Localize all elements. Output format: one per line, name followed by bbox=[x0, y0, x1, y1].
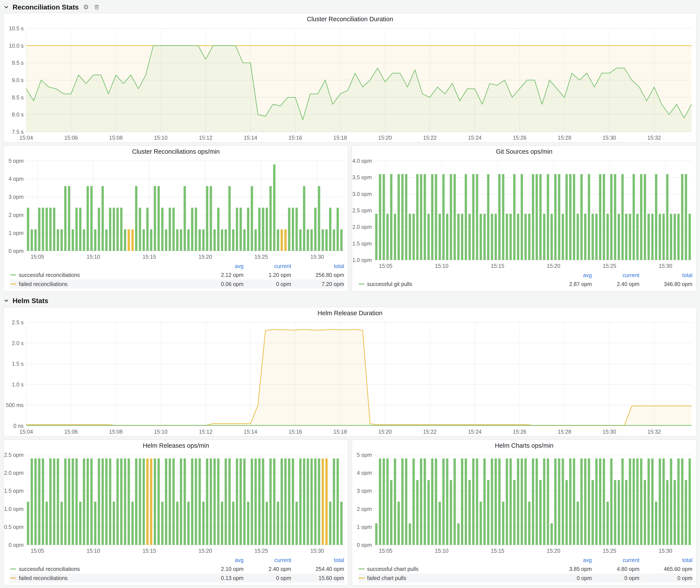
svg-text:4.0 opm: 4.0 opm bbox=[352, 158, 372, 164]
svg-text:15:26: 15:26 bbox=[513, 429, 526, 435]
legend-col-avg[interactable]: avg bbox=[544, 272, 592, 278]
svg-text:15:30: 15:30 bbox=[310, 254, 324, 260]
chevron-down-icon[interactable] bbox=[3, 4, 9, 10]
svg-text:15:32: 15:32 bbox=[647, 135, 661, 141]
cluster-reconciliation-duration-chart[interactable]: 15:0415:0615:0815:1015:1215:1415:1615:18… bbox=[4, 25, 696, 142]
svg-text:15:15: 15:15 bbox=[491, 263, 504, 269]
legend-header-row: avg current total bbox=[10, 556, 344, 564]
svg-text:15:16: 15:16 bbox=[289, 135, 302, 141]
svg-text:15:14: 15:14 bbox=[244, 135, 257, 141]
legend-col-total[interactable]: total bbox=[291, 263, 344, 269]
svg-text:15:20: 15:20 bbox=[547, 548, 560, 554]
svg-text:3.5 opm: 3.5 opm bbox=[352, 174, 372, 180]
legend-col-current[interactable]: current bbox=[244, 263, 291, 269]
row-title[interactable]: Helm Stats bbox=[13, 297, 48, 305]
legend-row: successful git pulls 2.87 opm 2.40 opm 3… bbox=[358, 279, 692, 289]
legend-current-value: 0 opm bbox=[244, 281, 291, 287]
legend-series-git-pulls[interactable]: successful git pulls bbox=[358, 281, 544, 287]
panel-title[interactable]: Cluster Reconciliations ops/min bbox=[4, 146, 348, 157]
svg-text:1.0 opm: 1.0 opm bbox=[352, 257, 372, 263]
legend-current-value: 4.80 opm bbox=[592, 566, 639, 572]
legend-col-total[interactable]: total bbox=[639, 272, 692, 278]
svg-text:0 ns: 0 ns bbox=[13, 423, 24, 429]
cluster-reconciliations-chart[interactable]: 15:0515:1015:1515:2015:2515:300 opm1 opm… bbox=[4, 157, 348, 261]
panel-title[interactable]: Helm Release Duration bbox=[4, 307, 696, 319]
legend-series-successful[interactable]: successful chart pulls bbox=[358, 566, 544, 572]
legend-col-avg[interactable]: avg bbox=[544, 557, 592, 563]
legend-avg-value: 3.85 opm bbox=[544, 566, 592, 572]
legend-series-failed[interactable]: failed reconciliations bbox=[10, 575, 196, 581]
legend-header-row: avg current total bbox=[358, 271, 692, 279]
legend-series-failed[interactable]: failed reconciliations bbox=[10, 281, 196, 287]
legend-col-total[interactable]: total bbox=[291, 557, 344, 563]
svg-text:2.5 s: 2.5 s bbox=[12, 319, 24, 325]
svg-text:8.5 s: 8.5 s bbox=[12, 94, 24, 100]
svg-text:15:24: 15:24 bbox=[468, 135, 482, 141]
svg-text:15:15: 15:15 bbox=[491, 548, 504, 554]
legend-col-total[interactable]: total bbox=[639, 557, 692, 563]
svg-text:2 opm: 2 opm bbox=[357, 506, 372, 512]
svg-text:15:10: 15:10 bbox=[87, 254, 100, 260]
svg-text:3.0 opm: 3.0 opm bbox=[352, 191, 372, 197]
legend-series-label: successful chart pulls bbox=[367, 566, 419, 572]
legend-avg-value: 2.10 opm bbox=[196, 566, 244, 572]
helm-charts-chart[interactable]: 15:0515:1015:1515:2015:2515:300 opm1 opm… bbox=[352, 451, 696, 555]
legend-series-label: successful reconciliations bbox=[19, 566, 80, 572]
helm-release-duration-chart[interactable]: 15:0415:0615:0815:1015:1215:1415:1615:18… bbox=[4, 319, 696, 436]
svg-text:0 opm: 0 opm bbox=[357, 542, 372, 548]
legend-current-value: 2.40 opm bbox=[592, 281, 639, 287]
svg-text:15:10: 15:10 bbox=[154, 429, 168, 435]
gear-icon[interactable]: ⚙ bbox=[82, 3, 90, 11]
legend-series-label: failed chart pulls bbox=[367, 575, 406, 581]
legend-row: failed reconciliations 0.06 opm 0 opm 7.… bbox=[10, 279, 344, 289]
svg-text:2.0 opm: 2.0 opm bbox=[352, 224, 372, 230]
panel-title[interactable]: Git Sources ops/min bbox=[352, 146, 696, 157]
svg-text:15:18: 15:18 bbox=[333, 429, 347, 435]
svg-text:15:28: 15:28 bbox=[558, 429, 571, 435]
chevron-down-icon[interactable] bbox=[3, 298, 9, 304]
legend-col-current[interactable]: current bbox=[592, 272, 639, 278]
legend-series-successful[interactable]: successful reconciliations bbox=[10, 272, 196, 278]
legend-series-successful[interactable]: successful reconciliations bbox=[10, 566, 196, 572]
legend-total-value: 254.40 opm bbox=[291, 566, 344, 572]
panel-helm-releases-opm: Helm Releases ops/min 15:0515:1015:1515:… bbox=[3, 439, 348, 585]
panel-helm-charts-opm: Helm Charts ops/min 15:0515:1015:1515:20… bbox=[352, 439, 697, 585]
legend-avg-value: 2.87 opm bbox=[544, 281, 592, 287]
legend-col-current[interactable]: current bbox=[244, 557, 291, 563]
svg-text:1.5 s: 1.5 s bbox=[12, 361, 24, 367]
git-sources-chart[interactable]: 15:0515:1015:1515:2015:2515:301.0 opm1.5… bbox=[352, 157, 696, 270]
panel-title[interactable]: Cluster Reconciliation Duration bbox=[4, 13, 696, 25]
legend-total-value: 346.80 opm bbox=[639, 281, 692, 287]
svg-text:15:12: 15:12 bbox=[199, 429, 213, 435]
row-header-reconciliation-stats: Reconciliation Stats ⚙ bbox=[3, 1, 697, 13]
legend-col-avg[interactable]: avg bbox=[196, 263, 244, 269]
panel-title[interactable]: Helm Charts ops/min bbox=[352, 440, 696, 451]
svg-text:15:22: 15:22 bbox=[423, 429, 437, 435]
helm-releases-chart[interactable]: 15:0515:1015:1515:2015:2515:300 opm0.5 o… bbox=[4, 451, 348, 555]
svg-text:1 opm: 1 opm bbox=[357, 524, 372, 530]
svg-text:15:30: 15:30 bbox=[603, 429, 616, 435]
svg-text:15:15: 15:15 bbox=[142, 548, 156, 554]
legend: avg current total successful reconciliat… bbox=[4, 261, 348, 291]
legend-row: successful reconciliations 2.10 opm 2.40… bbox=[10, 564, 344, 573]
legend-current-value: 0 opm bbox=[244, 575, 291, 581]
trash-icon[interactable] bbox=[93, 3, 100, 11]
row-header-helm-stats: Helm Stats bbox=[3, 295, 697, 307]
svg-text:15:12: 15:12 bbox=[199, 135, 213, 141]
series-color-swatch bbox=[10, 569, 16, 569]
legend-col-current[interactable]: current bbox=[592, 557, 639, 563]
legend-col-avg[interactable]: avg bbox=[196, 557, 244, 563]
panel-title[interactable]: Helm Releases ops/min bbox=[4, 440, 348, 451]
panel-helm-release-duration: Helm Release Duration 15:0415:0615:0815:… bbox=[3, 307, 697, 436]
legend-total-value: 465.60 opm bbox=[639, 566, 692, 572]
legend-series-label: failed reconciliations bbox=[19, 575, 68, 581]
legend-series-failed[interactable]: failed chart pulls bbox=[358, 575, 544, 581]
svg-text:1.5 opm: 1.5 opm bbox=[352, 241, 372, 247]
legend-avg-value: 0 opm bbox=[544, 575, 592, 581]
row-title[interactable]: Reconciliation Stats bbox=[13, 3, 79, 11]
panel-cluster-reconciliation-duration: Cluster Reconciliation Duration 15:0415:… bbox=[3, 13, 697, 142]
svg-text:15:25: 15:25 bbox=[603, 548, 616, 554]
svg-text:4 opm: 4 opm bbox=[9, 176, 24, 182]
svg-text:15:30: 15:30 bbox=[603, 135, 616, 141]
svg-text:15:28: 15:28 bbox=[558, 135, 571, 141]
